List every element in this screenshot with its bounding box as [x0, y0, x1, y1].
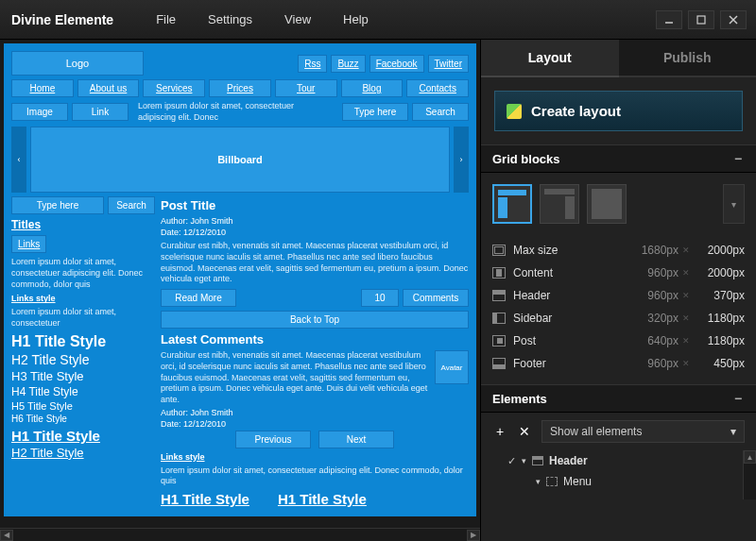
read-more-button[interactable]: Read More — [161, 289, 236, 307]
nav-home[interactable]: Home — [11, 79, 74, 97]
nav-tour[interactable]: Tour — [275, 79, 337, 97]
layout-thumb-2[interactable] — [540, 184, 579, 224]
check-icon[interactable]: ✓ — [507, 455, 516, 467]
menu-file[interactable]: File — [142, 8, 190, 31]
grid-row-sidebar[interactable]: Sidebar320px✕1180px — [492, 307, 745, 330]
links-style-2[interactable]: Links style — [161, 452, 469, 462]
social-facebook[interactable]: Facebook — [369, 55, 424, 73]
grid-row-post[interactable]: Post640px✕1180px — [492, 330, 745, 352]
maximize-button[interactable] — [688, 10, 714, 29]
nav-about[interactable]: About us — [77, 79, 140, 97]
avatar-block[interactable]: Avatar — [435, 350, 469, 384]
menu-settings[interactable]: Settings — [194, 8, 266, 31]
horizontal-scrollbar[interactable]: ◀ ▶ — [0, 528, 480, 541]
post-author: Author: John Smith — [161, 216, 469, 226]
menu-help[interactable]: Help — [329, 8, 383, 31]
elements-header[interactable]: Elements − — [481, 384, 756, 413]
tree-item-header[interactable]: ✓ ▾ Header — [492, 450, 745, 471]
tree-item-menu[interactable]: ▾ Menu — [492, 471, 745, 492]
post-title: Post Title — [161, 198, 469, 212]
svg-rect-1 — [697, 16, 705, 24]
elements-label: Elements — [492, 392, 547, 406]
grid-row-header[interactable]: Header960px✕370px — [492, 284, 745, 307]
layout-dropdown[interactable]: ▾ — [723, 184, 745, 224]
grid-row-maxsize[interactable]: Max size1680px✕2000px — [492, 239, 745, 262]
main-menu: File Settings View Help — [142, 8, 383, 31]
comment-count[interactable]: 10 — [361, 289, 399, 307]
tab-publish[interactable]: Publish — [619, 40, 757, 77]
sidebar-lorem-2: Lorem ipsum dolor sit amet, consectetuer — [11, 307, 155, 329]
h2-style: H2 Title Style — [11, 352, 155, 367]
nav-blog[interactable]: Blog — [341, 79, 404, 97]
add-element-button[interactable]: + — [492, 424, 507, 439]
post-date: Date: 12/12/2010 — [161, 228, 469, 237]
nav-services[interactable]: Services — [143, 79, 205, 97]
billboard-next[interactable]: › — [454, 127, 469, 193]
h4-style: H4 Title Style — [11, 385, 155, 398]
billboard[interactable]: Billboard — [30, 127, 450, 193]
layout-thumbnails: ▾ — [481, 173, 756, 235]
sidebar-search[interactable]: Search — [108, 196, 155, 214]
create-layout-button[interactable]: Create layout — [494, 91, 743, 131]
collapse-icon-2[interactable]: − — [731, 391, 745, 406]
image-block[interactable]: Image — [11, 103, 68, 121]
minimize-button[interactable] — [656, 10, 682, 29]
links-style-1[interactable]: Links style — [11, 294, 155, 303]
side-panel: Layout Publish Create layout Grid blocks… — [480, 40, 756, 541]
billboard-prev[interactable]: ‹ — [11, 127, 26, 193]
tab-layout[interactable]: Layout — [481, 40, 619, 77]
header-tree-icon — [532, 456, 543, 465]
grid-blocks-label: Grid blocks — [492, 152, 560, 166]
search-button[interactable]: Search — [412, 103, 469, 121]
sidebar-type-here[interactable]: Type here — [11, 196, 104, 214]
comment-date: Date: 12/12/2010 — [161, 419, 469, 429]
h3-style: H3 Title Style — [11, 369, 155, 383]
create-layout-label: Create layout — [531, 103, 621, 119]
scroll-up-icon[interactable]: ▲ — [744, 450, 756, 464]
scroll-right-icon[interactable]: ▶ — [467, 530, 480, 541]
latest-comments-title: Latest Comments — [161, 332, 469, 347]
link-block[interactable]: Link — [72, 103, 129, 121]
post-lorem: Curabitur est nibh, venenatis sit amet. … — [161, 241, 469, 285]
next-button[interactable]: Next — [318, 431, 394, 448]
previous-button[interactable]: Previous — [235, 431, 311, 448]
grid-row-footer[interactable]: Footer960px✕450px — [492, 352, 745, 375]
footer-lorem: Lorem ipsum dolor sit amet, consectetuer… — [161, 465, 469, 487]
expand-icon[interactable]: ▾ — [522, 456, 526, 465]
grid-row-content[interactable]: Content960px✕2000px — [492, 262, 745, 284]
h6-style: H6 Title Style — [11, 414, 155, 424]
links-block[interactable]: Links — [11, 235, 46, 253]
design-canvas[interactable]: Logo Rss Buzz Facebook Twitter Home Abou… — [0, 40, 480, 541]
remove-element-button[interactable]: ✕ — [517, 424, 532, 439]
scroll-left-icon[interactable]: ◀ — [0, 530, 13, 541]
comments-button[interactable]: Comments — [403, 289, 469, 307]
type-here-input[interactable]: Type here — [342, 103, 408, 121]
nav-prices[interactable]: Prices — [209, 79, 271, 97]
chevron-down-icon: ▾ — [730, 425, 736, 438]
social-twitter[interactable]: Twitter — [428, 55, 469, 73]
logo-block[interactable]: Logo — [11, 51, 144, 76]
h5-style: H5 Title Style — [11, 400, 155, 412]
sidebar-icon — [492, 313, 506, 324]
layout-thumb-1[interactable] — [492, 184, 532, 224]
social-rss[interactable]: Rss — [298, 55, 327, 73]
collapse-icon[interactable]: − — [731, 151, 745, 166]
menu-view[interactable]: View — [270, 8, 325, 31]
back-to-top[interactable]: Back to Top — [161, 311, 469, 329]
menu-tree-icon — [546, 477, 558, 486]
create-layout-icon — [507, 104, 522, 119]
post-icon — [492, 335, 506, 347]
sidebar-lorem: Lorem ipsum dolor sit amet, consectetuer… — [11, 257, 155, 290]
elements-toolbar: + ✕ Show all elements ▾ — [481, 413, 756, 450]
expand-icon-2[interactable]: ▾ — [536, 477, 541, 486]
header-icon — [492, 290, 506, 301]
tree-scrollbar[interactable]: ▲ — [743, 450, 756, 499]
footer-h1-1: H1 Title Style — [161, 491, 249, 507]
close-button[interactable] — [720, 10, 747, 29]
panel-tabs: Layout Publish — [481, 40, 756, 77]
social-buzz[interactable]: Buzz — [331, 55, 365, 73]
nav-contacts[interactable]: Contacts — [406, 79, 469, 97]
grid-blocks-header[interactable]: Grid blocks − — [481, 144, 756, 173]
show-elements-dropdown[interactable]: Show all elements ▾ — [541, 420, 745, 443]
layout-thumb-3[interactable] — [587, 184, 627, 224]
